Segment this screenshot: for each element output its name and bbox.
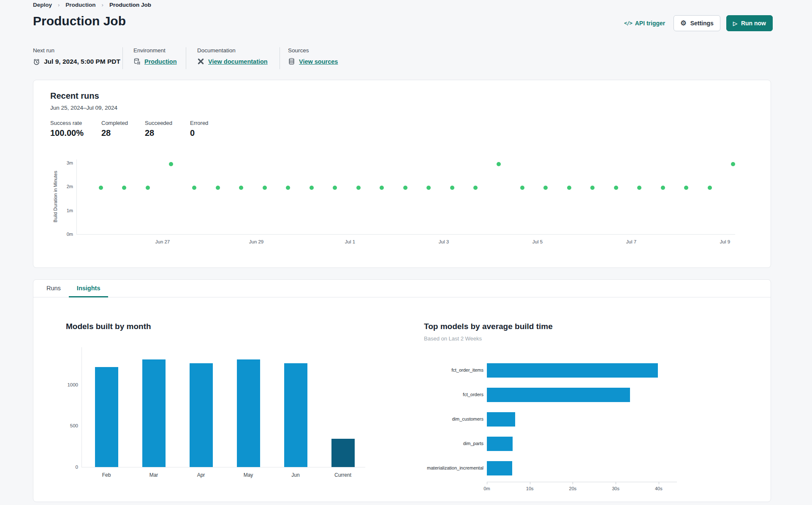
bar-apr[interactable] <box>190 363 213 467</box>
insights-card: Runs Insights Models built by month Top … <box>33 279 771 502</box>
hbar-category-label: fct_orders <box>390 392 483 397</box>
stat-label: Errored <box>190 120 208 126</box>
scatter-point[interactable] <box>637 186 641 190</box>
scatter-point[interactable] <box>450 186 454 190</box>
tab-insights[interactable]: Insights <box>69 280 109 297</box>
scatter-point[interactable] <box>146 186 150 190</box>
scatter-point[interactable] <box>403 186 407 190</box>
top-models-subtitle: Based on Last 2 Weeks <box>424 335 482 342</box>
scatter-point[interactable] <box>99 186 103 190</box>
bar-dim_parts[interactable] <box>487 437 513 451</box>
scatter-point[interactable] <box>239 186 243 190</box>
x-tick-label: 20s <box>564 486 581 491</box>
divider <box>122 47 123 69</box>
scatter-point[interactable] <box>708 186 712 190</box>
x-category-label: Apr <box>184 472 218 478</box>
view-sources-link[interactable]: View sources <box>299 58 338 65</box>
y-tick-label: 500 <box>58 423 78 428</box>
scatter-point[interactable] <box>216 186 220 190</box>
scatter-point[interactable] <box>286 186 290 190</box>
divider <box>186 47 186 69</box>
hbar-category-label: fct_order_items <box>390 367 483 373</box>
scatter-point[interactable] <box>684 186 688 190</box>
run-now-label: Run now <box>741 20 766 27</box>
info-sources: Sources View sources <box>288 47 338 65</box>
x-tickmark <box>530 482 530 484</box>
y-tick-label: 3m <box>56 160 73 165</box>
run-now-button[interactable]: ▷ Run now <box>726 15 773 31</box>
x-category-label: Jun <box>279 472 312 478</box>
recent-runs-title: Recent runs <box>50 91 99 101</box>
view-documentation-link[interactable]: View documentation <box>208 58 268 65</box>
bar-may[interactable] <box>237 359 260 467</box>
header-actions: </> API trigger ⚙ Settings ▷ Run now <box>624 15 773 31</box>
scatter-point[interactable] <box>356 186 361 190</box>
breadcrumb-production[interactable]: Production <box>65 2 95 8</box>
bar-fct_orders[interactable] <box>487 388 630 402</box>
breadcrumb: Deploy › Production › Production Job <box>33 2 151 8</box>
y-tick-label: 0 <box>58 464 78 470</box>
scatter-point[interactable] <box>520 186 524 190</box>
tab-runs[interactable]: Runs <box>38 280 69 297</box>
bar-current[interactable] <box>331 439 355 467</box>
sources-label: Sources <box>288 47 338 54</box>
bar-jun[interactable] <box>284 363 307 467</box>
x-tick-label: Jul 3 <box>431 239 456 244</box>
x-tick-label: 10s <box>521 486 538 491</box>
stat-value: 100.00% <box>50 128 84 138</box>
scatter-point[interactable] <box>590 186 595 190</box>
scatter-y-axis-label: Build Duration in Minutes <box>53 167 58 226</box>
gear-icon: ⚙ <box>680 20 686 27</box>
scatter-point[interactable] <box>122 186 126 190</box>
x-tick-label: Jul 9 <box>712 239 738 244</box>
bar-dim_customers[interactable] <box>487 412 515 427</box>
info-next-run: Next run Jul 9, 2024, 5:00 PM PDT <box>33 47 120 65</box>
x-tick-label: Jul 1 <box>337 239 363 244</box>
x-category-label: May <box>231 472 265 478</box>
bar-mar[interactable] <box>142 359 166 467</box>
x-tick-label: Jun 27 <box>150 239 175 244</box>
stat-succeeded: Succeeded 28 <box>145 120 172 138</box>
scatter-point[interactable] <box>333 186 337 190</box>
scatter-point[interactable] <box>263 186 267 190</box>
scatter-point[interactable] <box>543 186 548 190</box>
scatter-point[interactable] <box>426 186 431 190</box>
stat-value: 28 <box>145 128 172 138</box>
breadcrumb-deploy[interactable]: Deploy <box>33 2 52 8</box>
recent-runs-date-range: Jun 25, 2024–Jul 09, 2024 <box>50 105 117 111</box>
hbar-category-label: materialization_incremental <box>390 465 483 470</box>
scatter-point[interactable] <box>614 186 618 190</box>
scatter-point[interactable] <box>497 162 501 166</box>
scatter-point[interactable] <box>169 162 173 166</box>
y-tick-label: 0m <box>56 232 73 237</box>
dbt-logo-icon <box>197 58 204 65</box>
x-tickmark <box>659 482 659 484</box>
x-tick-label: Jul 5 <box>525 239 550 244</box>
scatter-point[interactable] <box>731 162 735 166</box>
scatter-point[interactable] <box>192 186 196 190</box>
environment-stack-icon <box>133 58 141 65</box>
info-environment: Environment Production <box>133 47 177 65</box>
api-trigger-link[interactable]: </> API trigger <box>624 20 665 27</box>
alarm-clock-icon <box>33 58 40 65</box>
scatter-point[interactable] <box>567 186 571 190</box>
scatter-point[interactable] <box>473 186 478 190</box>
x-tick-label: Jun 29 <box>244 239 269 244</box>
y-axis-line <box>76 159 77 234</box>
bar-fct_order_items[interactable] <box>487 363 658 378</box>
bar-materialization_incremental[interactable] <box>487 461 512 475</box>
api-trigger-label: API trigger <box>635 20 665 27</box>
bar-feb[interactable] <box>95 367 118 467</box>
next-run-label: Next run <box>33 47 120 54</box>
y-tick-label: 2m <box>56 184 73 189</box>
settings-label: Settings <box>690 20 714 27</box>
x-tickmark <box>616 482 616 484</box>
recent-runs-card: Recent runs Jun 25, 2024–Jul 09, 2024 Su… <box>33 80 771 268</box>
scatter-point[interactable] <box>661 186 665 190</box>
scatter-point[interactable] <box>380 186 384 190</box>
breadcrumb-production-job: Production Job <box>109 2 151 8</box>
settings-button[interactable]: ⚙ Settings <box>673 15 720 31</box>
scatter-point[interactable] <box>310 186 314 190</box>
environment-link[interactable]: Production <box>144 58 177 65</box>
stat-label: Succeeded <box>145 120 172 126</box>
